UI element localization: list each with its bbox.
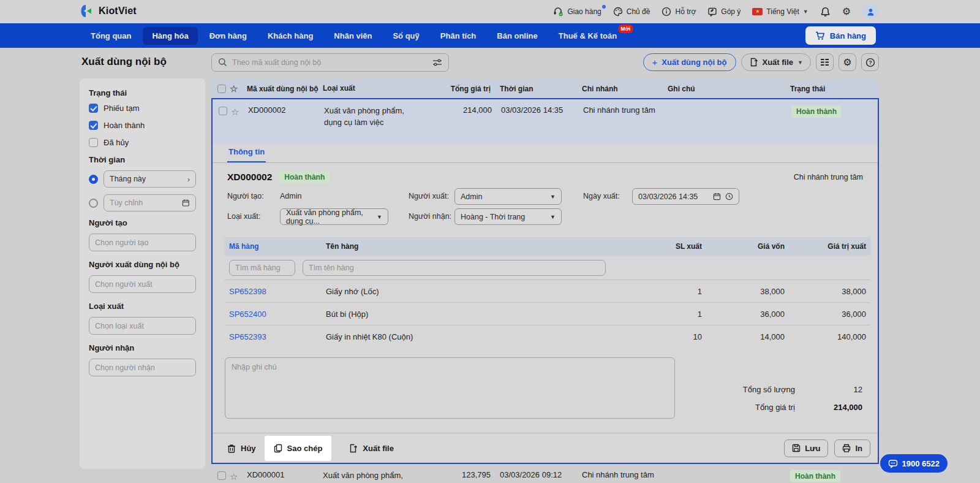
export-file-action[interactable]: Xuất file bbox=[349, 444, 394, 453]
chevron-down-icon: ▼ bbox=[550, 194, 556, 200]
col-header-branch[interactable]: Chi nhánh bbox=[582, 85, 668, 93]
col-header-total[interactable]: Tổng giá trị bbox=[422, 85, 491, 93]
status-badge: Hoàn thành bbox=[790, 470, 840, 482]
item-col-name: Tên hàng bbox=[326, 242, 647, 251]
time-filter-heading: Thời gian bbox=[89, 155, 196, 164]
advanced-filter-icon[interactable] bbox=[432, 58, 442, 67]
exporter-field[interactable] bbox=[95, 280, 190, 289]
search-box[interactable] bbox=[211, 53, 449, 72]
item-value: 140,000 bbox=[785, 332, 870, 341]
nav-so-quy[interactable]: Sổ quỹ bbox=[383, 27, 428, 45]
item-code-link[interactable]: SP652393 bbox=[225, 332, 326, 341]
export-type-select[interactable]: Xuất văn phòng phẩm, dụng cụ... ▼ bbox=[280, 208, 388, 225]
search-input[interactable] bbox=[232, 58, 428, 67]
row-type: Xuất văn phòng phẩm, dụng cụ làm bbox=[323, 470, 422, 483]
settings-button[interactable]: ⚙ bbox=[842, 7, 851, 17]
type-filter-input[interactable] bbox=[89, 317, 196, 335]
delivery-menu-item[interactable]: Giao hàng bbox=[553, 7, 601, 17]
col-header-status[interactable]: Trạng thái bbox=[790, 85, 879, 93]
nav-phan-tich[interactable]: Phân tích bbox=[431, 27, 486, 45]
theme-menu-item[interactable]: Chủ đề bbox=[613, 7, 650, 17]
table-row[interactable]: ☆ XD000002 Xuất văn phòng phẩm, dụng cụ … bbox=[213, 99, 878, 143]
row-checkbox[interactable] bbox=[217, 471, 226, 480]
help-button[interactable]: ? bbox=[861, 53, 879, 71]
checkbox-phieu-tam[interactable] bbox=[89, 104, 98, 113]
feedback-menu-item[interactable]: Góp ý bbox=[707, 7, 741, 17]
item-col-cost: Giá vốn bbox=[702, 242, 785, 251]
column-settings-button[interactable] bbox=[816, 53, 834, 71]
col-header-time[interactable]: Thời gian bbox=[491, 85, 582, 93]
row-checkbox[interactable] bbox=[219, 107, 227, 115]
note-and-totals: Tổng số lượng 12 Tổng giá trị 214,000 bbox=[225, 356, 870, 428]
add-internal-export-button[interactable]: + Xuất dùng nội bộ bbox=[643, 53, 736, 71]
nav-tong-quan[interactable]: Tổng quan bbox=[81, 27, 140, 45]
time-custom-field[interactable] bbox=[110, 199, 182, 207]
clock-icon[interactable] bbox=[725, 192, 733, 200]
status-option-phieu-tam[interactable]: Phiếu tạm bbox=[89, 104, 196, 113]
checkbox-hoan-thanh[interactable] bbox=[89, 121, 98, 130]
star-column-header[interactable]: ☆ bbox=[230, 83, 247, 94]
copy-button[interactable]: Sao chép bbox=[265, 436, 332, 461]
checkbox-da-huy[interactable] bbox=[89, 138, 98, 147]
col-header-code[interactable]: Mã xuất dùng nội bộ bbox=[247, 85, 323, 93]
exporter-filter-input[interactable] bbox=[89, 275, 196, 293]
nav-thue-ke-toan[interactable]: Thuế & Kế toán Mới bbox=[549, 27, 626, 45]
receiver-filter-input[interactable] bbox=[89, 359, 196, 376]
language-selector[interactable]: ★ Tiếng Việt ▼ bbox=[752, 7, 808, 16]
nav-hang-hoa[interactable]: Hàng hóa bbox=[143, 27, 197, 45]
save-icon bbox=[792, 444, 801, 452]
nav-nhan-vien[interactable]: Nhân viên bbox=[325, 27, 381, 45]
item-code-link[interactable]: SP652398 bbox=[225, 287, 326, 296]
chevron-down-icon: ▼ bbox=[797, 59, 803, 66]
note-textarea[interactable] bbox=[225, 357, 675, 419]
time-preset-select[interactable]: Tháng này › bbox=[104, 170, 196, 188]
support-menu-item[interactable]: Hỗ trợ bbox=[662, 7, 696, 17]
item-row[interactable]: SP652398 Giấy nhớ (Lốc) 1 38,000 38,000 bbox=[225, 280, 870, 303]
status-option-hoan-thanh[interactable]: Hoàn thành bbox=[89, 121, 196, 130]
print-button[interactable]: In bbox=[834, 439, 870, 457]
item-row[interactable]: SP652393 Giấy in nhiệt K80 (Cuộn) 10 14,… bbox=[225, 325, 870, 348]
export-file-button[interactable]: Xuất file ▼ bbox=[741, 53, 812, 71]
notifications-button[interactable] bbox=[820, 7, 831, 17]
radio-time-preset[interactable] bbox=[89, 175, 98, 184]
exporter-select[interactable]: Admin ▼ bbox=[454, 188, 562, 205]
nav-ban-online[interactable]: Bán online bbox=[488, 27, 546, 45]
table-row[interactable]: ☆ XD000001 Xuất văn phòng phẩm, dụng cụ … bbox=[211, 464, 879, 483]
type-field[interactable] bbox=[95, 322, 190, 330]
status-option-label: Hoàn thành bbox=[104, 121, 145, 130]
tab-thong-tin[interactable]: Thông tin bbox=[227, 147, 266, 162]
settings-button-toolbar[interactable]: ⚙ bbox=[839, 53, 856, 71]
calendar-icon[interactable] bbox=[713, 192, 721, 200]
time-custom-input[interactable] bbox=[104, 194, 196, 211]
item-code-search[interactable] bbox=[229, 260, 295, 276]
item-name-search-input[interactable] bbox=[309, 264, 600, 272]
user-avatar-button[interactable] bbox=[862, 4, 878, 20]
person-icon bbox=[866, 7, 875, 17]
favorite-star-icon[interactable]: ☆ bbox=[230, 470, 247, 482]
radio-time-custom[interactable] bbox=[89, 199, 98, 208]
item-name-search[interactable] bbox=[303, 260, 606, 276]
favorite-star-icon[interactable]: ☆ bbox=[231, 105, 248, 118]
status-option-da-huy[interactable]: Đã hủy bbox=[89, 138, 196, 147]
chevron-right-icon: › bbox=[187, 175, 190, 184]
item-code-search-input[interactable] bbox=[235, 264, 289, 272]
select-all-checkbox[interactable] bbox=[217, 85, 226, 93]
detail-field-row-1: Người tạo: Admin Người xuất: Admin ▼ Ngà… bbox=[213, 187, 878, 207]
save-button[interactable]: Lưu bbox=[784, 439, 828, 457]
col-header-note[interactable]: Ghi chú bbox=[668, 85, 790, 93]
receiver-field[interactable] bbox=[95, 363, 190, 372]
kiotviet-logo[interactable]: KiotViet bbox=[78, 3, 137, 19]
creator-filter-input[interactable] bbox=[89, 234, 196, 251]
receiver-select[interactable]: Hoàng - Thời trang ▼ bbox=[454, 208, 562, 225]
support-hotline-chip[interactable]: 1900 6522 bbox=[880, 454, 948, 473]
nav-don-hang[interactable]: Đơn hàng bbox=[200, 27, 256, 45]
item-row[interactable]: SP652400 Bút bi (Hộp) 1 36,000 36,000 bbox=[225, 303, 870, 325]
status-option-label: Đã hủy bbox=[104, 138, 129, 147]
nav-khach-hang[interactable]: Khách hàng bbox=[258, 27, 322, 45]
export-date-input[interactable]: 03/03/2026 14:35 bbox=[632, 188, 739, 205]
cancel-button[interactable]: Hủy bbox=[227, 444, 256, 453]
sell-button[interactable]: Bán hàng bbox=[805, 26, 876, 45]
item-code-link[interactable]: SP652400 bbox=[225, 310, 326, 319]
creator-field[interactable] bbox=[95, 238, 190, 247]
col-header-type[interactable]: Loại xuất bbox=[323, 83, 422, 94]
